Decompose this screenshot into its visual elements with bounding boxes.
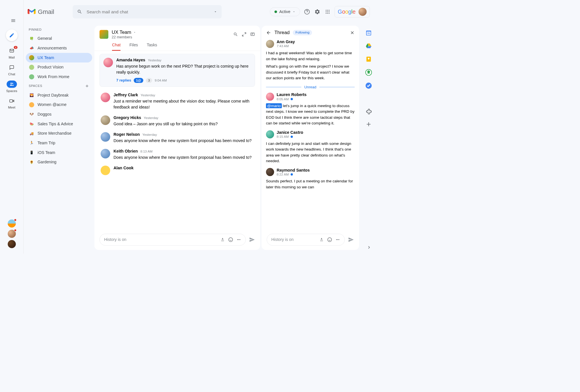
tasks-icon[interactable]: [365, 82, 372, 89]
sidebar-item-trip[interactable]: 🏃Team Trip: [26, 138, 92, 148]
rail-contact-2[interactable]: [8, 230, 16, 238]
search-in-space-icon[interactable]: [233, 32, 238, 37]
sidebar-item-store[interactable]: 🚚Store Merchandise: [26, 129, 92, 138]
sidebar-item-daybreak[interactable]: 🌄Project Daybreak: [26, 90, 92, 100]
rail-chat[interactable]: Chat: [0, 62, 23, 78]
search-icon: [77, 9, 82, 14]
sidebar-item-women[interactable]: Women @acme: [26, 100, 92, 110]
space-members[interactable]: 22 members: [112, 35, 136, 39]
more-icon[interactable]: [236, 237, 241, 242]
drive-icon[interactable]: [365, 43, 372, 49]
collapse-sidepanel-icon[interactable]: [366, 245, 372, 250]
send-icon[interactable]: [249, 237, 255, 243]
sidebar-item-announcements[interactable]: 📣Announcements: [26, 43, 92, 53]
settings-button[interactable]: [314, 9, 321, 15]
sidebar-item-sales[interactable]: 🍉Sales Tips & Advice: [26, 119, 92, 129]
rail-contact-1[interactable]: [8, 220, 16, 228]
close-icon[interactable]: [350, 30, 355, 35]
thread-compose-input[interactable]: History is on: [267, 234, 345, 245]
truck-icon: 🚚: [29, 131, 34, 136]
unread-dot-icon: [291, 98, 293, 100]
replies-row[interactable]: 7 replies 1@ 3 9:04 AM: [116, 78, 251, 83]
thread-message[interactable]: Raymond Santos8:22 AM Sounds perfect. I …: [266, 168, 355, 190]
addon-icon[interactable]: [365, 108, 372, 114]
avatar: [266, 93, 274, 101]
svg-point-6: [329, 11, 330, 12]
tab-chat[interactable]: Chat: [112, 43, 121, 51]
thread-message[interactable]: Janice Castro8:15 AM I can definitely ju…: [266, 130, 355, 164]
thread-icon[interactable]: [250, 32, 255, 37]
message[interactable]: Keith Obrien8:13 AMDoes anyone know wher…: [100, 146, 255, 163]
search-bar[interactable]: [72, 5, 221, 18]
sidebar-item-gardening[interactable]: 🌻Gardening: [26, 157, 92, 167]
svg-point-20: [336, 239, 337, 240]
search-options-icon[interactable]: [214, 10, 217, 14]
sidebar-item-wfh[interactable]: Work From Home: [26, 72, 92, 82]
message-list[interactable]: Amanda HayesYesteday Has anyone begun wo…: [94, 51, 260, 231]
following-chip[interactable]: Following: [293, 30, 312, 35]
status-chip[interactable]: Active: [270, 7, 300, 16]
message[interactable]: Jeffrey ClarkYesterdayJust a reminder we…: [100, 90, 255, 113]
gmail-logo[interactable]: Gmail: [28, 8, 54, 15]
clover-icon: 🍀: [29, 36, 34, 41]
dog-icon: 🐶: [29, 112, 34, 117]
sidebar-item-product-vision[interactable]: Product Vision: [26, 62, 92, 72]
add-icon[interactable]: [365, 121, 372, 128]
unread-divider: Unread: [266, 85, 355, 89]
rail-mail[interactable]: 4 Mail: [0, 45, 23, 61]
svg-point-3: [329, 10, 330, 11]
calendar-icon[interactable]: 31: [365, 30, 372, 36]
tab-tasks[interactable]: Tasks: [147, 43, 157, 51]
watermelon-icon: 🍉: [29, 121, 34, 126]
svg-point-8: [327, 13, 328, 14]
rail-spaces[interactable]: Spaces: [0, 79, 23, 94]
mention-chip[interactable]: @mario: [266, 103, 282, 108]
status-label: Active: [279, 9, 290, 14]
avatar: [101, 132, 110, 142]
spaces-section-label: SPACES: [26, 82, 92, 90]
product-vision-icon: [29, 65, 34, 70]
chevron-down-icon: [133, 31, 136, 34]
more-icon[interactable]: [335, 237, 340, 242]
send-icon[interactable]: [348, 237, 354, 243]
sunflower-icon: 🌻: [29, 160, 34, 165]
sidebar-item-ios[interactable]: 📱iOS Team: [26, 148, 92, 157]
compose-input[interactable]: History is on: [100, 234, 246, 245]
svg-point-5: [327, 11, 328, 12]
back-icon[interactable]: [266, 30, 271, 35]
sidebar-item-doggos[interactable]: 🐶Doggos: [26, 110, 92, 119]
account-switcher[interactable]: Google: [335, 6, 370, 17]
rail-contact-3[interactable]: [8, 240, 16, 248]
message[interactable]: Alan Cook: [100, 163, 255, 178]
search-input[interactable]: [87, 9, 209, 14]
tab-files[interactable]: Files: [129, 43, 138, 51]
svg-point-7: [326, 13, 327, 14]
menu-button[interactable]: [9, 16, 18, 25]
message[interactable]: Gregory HicksYesterdayGood idea – Jason …: [100, 113, 255, 130]
space-name[interactable]: UX Team: [112, 30, 136, 35]
keep-icon[interactable]: [365, 56, 372, 62]
active-dot-icon: [275, 11, 277, 13]
message[interactable]: Roger NelsonYesterdayDoes anyone know wh…: [100, 130, 255, 146]
thread-messages[interactable]: Ann Gray7:43 AM I had a great weekend! W…: [262, 39, 359, 231]
collapse-icon[interactable]: [242, 32, 246, 37]
svg-point-16: [237, 239, 238, 240]
help-button[interactable]: [304, 9, 310, 15]
format-icon[interactable]: [220, 237, 225, 242]
rail-meet[interactable]: Meet: [0, 96, 23, 111]
thread-message[interactable]: Ann Gray7:43 AM I had a great weekend! W…: [266, 39, 355, 81]
apps-button[interactable]: [324, 9, 331, 15]
thread-message[interactable]: Lauren Roberts8:05 AM @mario let's jump …: [266, 92, 355, 126]
compose-button[interactable]: [6, 30, 17, 41]
message-card[interactable]: Amanda HayesYesteday Has anyone begun wo…: [100, 54, 255, 87]
emoji-icon[interactable]: [228, 237, 233, 242]
svg-point-19: [328, 238, 332, 242]
women-icon: [29, 102, 34, 107]
format-icon[interactable]: [319, 237, 324, 242]
sidebar-item-general[interactable]: 🍀General: [26, 34, 92, 43]
contacts-icon[interactable]: [365, 69, 372, 76]
emoji-icon[interactable]: [327, 237, 332, 242]
svg-point-11: [11, 83, 12, 84]
add-space-icon[interactable]: [85, 84, 89, 88]
sidebar-item-ux-team[interactable]: UX Team: [26, 53, 92, 62]
